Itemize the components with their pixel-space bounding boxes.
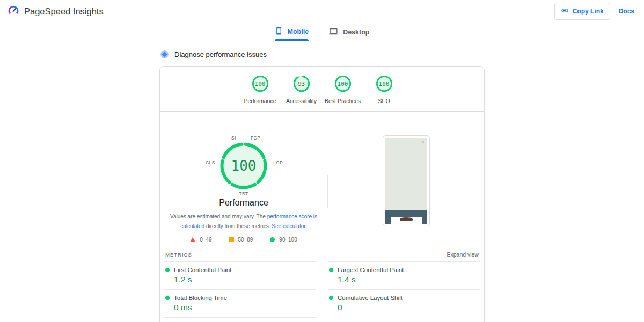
device-tabs: Mobile Desktop bbox=[0, 23, 644, 42]
tab-mobile-label: Mobile bbox=[288, 28, 309, 35]
metrics-heading: METRICS bbox=[165, 252, 192, 258]
category-best-practices[interactable]: 100 Best Practices bbox=[326, 75, 360, 104]
metric-first-contentful-paint: First Contentful Paint 1.2 s bbox=[164, 261, 316, 289]
metric-value: 0 bbox=[338, 303, 479, 312]
diagnose-section-header: Diagnose performance issues bbox=[159, 50, 485, 58]
thumbnail-bottom-sheet bbox=[391, 217, 422, 224]
pass-dot-icon bbox=[329, 296, 333, 300]
score-value: 93 bbox=[292, 75, 311, 93]
tab-desktop[interactable]: Desktop bbox=[329, 27, 369, 42]
score-legend: 0–49 50–89 90–100 bbox=[190, 237, 297, 243]
copy-link-label: Copy Link bbox=[573, 8, 604, 15]
metric-total-blocking-time: Total Blocking Time 0 ms bbox=[164, 289, 316, 317]
app-title: PageSpeed Insights bbox=[24, 6, 104, 17]
score-ring: 100 bbox=[334, 75, 352, 93]
gauge-label-si: SI bbox=[231, 135, 236, 141]
metric-value: 1.2 s bbox=[174, 275, 315, 284]
performance-gauge-block: 100 SI FCP LCP CLS TBT Performance Value… bbox=[160, 135, 327, 243]
performance-overview-row: 100 SI FCP LCP CLS TBT Performance Value… bbox=[160, 112, 484, 243]
thumbnail-menu-dot bbox=[422, 141, 424, 143]
category-score-row: 100 Performance 93 Accessibility 100 Bes bbox=[160, 67, 484, 111]
pass-dot-icon bbox=[329, 268, 333, 272]
category-label: SEO bbox=[378, 98, 390, 104]
metric-largest-contentful-paint: Largest Contentful Paint 1.4 s bbox=[328, 261, 480, 289]
laptop-icon bbox=[329, 27, 338, 38]
fail-triangle-icon bbox=[190, 237, 195, 242]
metrics-grid: First Contentful Paint 1.2 s Largest Con… bbox=[164, 261, 480, 322]
app-header: PageSpeed Insights Copy Link Docs bbox=[0, 0, 644, 23]
pass-circle-icon bbox=[270, 237, 275, 242]
legend-average: 50–89 bbox=[229, 237, 253, 243]
radar-icon bbox=[160, 50, 169, 58]
link-icon bbox=[561, 6, 569, 16]
metric-value: 0 ms bbox=[174, 303, 315, 312]
screenshot-block bbox=[328, 135, 484, 243]
score-disclaimer: Values are estimated and may vary. The p… bbox=[160, 212, 327, 231]
pagespeed-logo-icon bbox=[8, 4, 19, 18]
pass-dot-icon bbox=[165, 296, 170, 300]
tab-mobile[interactable]: Mobile bbox=[275, 27, 309, 42]
category-label: Accessibility bbox=[286, 98, 317, 104]
expand-view-link[interactable]: Expand view bbox=[447, 251, 479, 258]
score-value: 100 bbox=[251, 75, 269, 93]
legend-fail: 0–49 bbox=[190, 237, 211, 243]
category-accessibility[interactable]: 93 Accessibility bbox=[284, 75, 319, 104]
report-card: 100 Performance 93 Accessibility 100 Bes bbox=[159, 66, 485, 322]
copy-link-button[interactable]: Copy Link bbox=[554, 3, 610, 20]
diagnose-title: Diagnose performance issues bbox=[174, 50, 267, 58]
average-square-icon bbox=[229, 237, 234, 242]
score-ring: 93 bbox=[292, 75, 311, 93]
tab-desktop-label: Desktop bbox=[343, 28, 369, 36]
calculator-link[interactable]: See calculator. bbox=[272, 223, 307, 229]
metrics-section: METRICS Expand view First Contentful Pai… bbox=[160, 243, 484, 322]
score-ring: 100 bbox=[375, 75, 393, 93]
legend-pass: 90–100 bbox=[270, 237, 297, 243]
performance-gauge: 100 SI FCP LCP CLS TBT bbox=[203, 135, 284, 196]
gauge-label-lcp: LCP bbox=[273, 160, 283, 165]
metric-speed-index: Speed Index 1.5 s bbox=[164, 317, 316, 322]
category-performance[interactable]: 100 Performance bbox=[243, 75, 277, 104]
docs-link[interactable]: Docs bbox=[619, 8, 634, 15]
active-tab-underline bbox=[275, 39, 309, 41]
gauge-title: Performance bbox=[219, 198, 268, 208]
metric-value: 1.4 s bbox=[338, 275, 479, 284]
category-label: Performance bbox=[244, 98, 276, 104]
metric-cumulative-layout-shift: Cumulative Layout Shift 0 bbox=[328, 289, 480, 317]
pass-dot-icon bbox=[165, 268, 170, 272]
smartphone-icon bbox=[275, 27, 283, 36]
score-value: 100 bbox=[334, 75, 352, 93]
page-screenshot-thumbnail bbox=[383, 135, 430, 226]
header-actions: Copy Link Docs bbox=[554, 3, 638, 20]
gauge-score-value: 100 bbox=[219, 141, 268, 191]
gauge-label-cls: CLS bbox=[206, 160, 215, 165]
gauge-label-tbt: TBT bbox=[239, 191, 248, 196]
brand[interactable]: PageSpeed Insights bbox=[6, 4, 104, 18]
gauge-label-fcp: FCP bbox=[251, 135, 260, 141]
category-label: Best Practices bbox=[325, 98, 361, 104]
score-value: 100 bbox=[375, 75, 393, 93]
score-ring: 100 bbox=[251, 75, 269, 93]
category-seo[interactable]: 100 SEO bbox=[367, 75, 401, 104]
